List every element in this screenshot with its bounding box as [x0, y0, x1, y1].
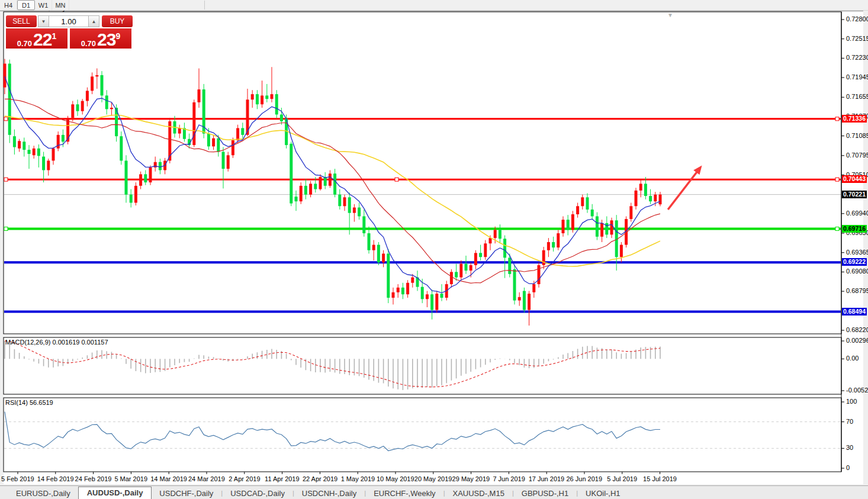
- candle-body: [275, 94, 278, 114]
- price-tick-0.72800: 0.72800: [846, 15, 868, 22]
- candle-body: [513, 269, 516, 301]
- date-label: 10 May 2019: [377, 475, 414, 482]
- price-tick-0.72230: 0.72230: [846, 54, 868, 61]
- candle-body: [494, 230, 497, 238]
- timeframe-button-w1[interactable]: W1: [35, 0, 52, 10]
- date-label: 29 May 2019: [452, 475, 490, 482]
- sell-price-big: 22: [33, 31, 52, 48]
- price-tick-0.68795: 0.68795: [846, 287, 868, 294]
- candle-body: [333, 173, 336, 195]
- chart-tab-gbpusd-h1[interactable]: GBPUSD-,H1: [514, 488, 576, 499]
- candle-body: [217, 139, 220, 152]
- candle-body: [47, 160, 50, 170]
- rsi-value: 56.6519: [30, 399, 53, 406]
- candle-body: [562, 220, 565, 233]
- candle-body: [430, 294, 433, 310]
- candle-body: [295, 197, 298, 201]
- date-label: 22 Apr 2019: [303, 475, 337, 482]
- candle-body: [406, 283, 409, 294]
- rsi-tick-70: 70: [846, 418, 853, 425]
- hline-handle[interactable]: [4, 178, 8, 181]
- volume-increase-button[interactable]: ▲: [88, 15, 99, 27]
- chart-tab-usdcnh-daily[interactable]: USDCNH-,Daily: [294, 488, 364, 499]
- candle-body: [125, 160, 128, 194]
- candle-body: [441, 294, 443, 298]
- trend-arrow-shaft: [668, 168, 700, 210]
- ma-red-mid: [5, 99, 660, 283]
- macd-value-main: 0.001619: [52, 339, 79, 346]
- timeframe-button-d1[interactable]: D1: [17, 0, 35, 10]
- candle-body: [547, 242, 550, 250]
- buy-price-box[interactable]: 0.70 23 9: [70, 28, 131, 49]
- chart-tab-usdcad-daily[interactable]: USDCAD-,Daily: [223, 488, 292, 499]
- candle-body: [139, 174, 142, 185]
- hline-price-label-0.71336: 0.71336: [842, 115, 867, 123]
- hline-handle[interactable]: [395, 178, 398, 181]
- chart-tab-eurchf-weekly[interactable]: EURCHF-,Weekly: [366, 488, 443, 499]
- price-tick-0.71945: 0.71945: [846, 73, 868, 81]
- chart-tab-eurusd-daily[interactable]: EURUSD-,Daily: [8, 488, 78, 499]
- hline-handle[interactable]: [835, 178, 839, 181]
- candle-body: [353, 208, 356, 213]
- candle-body: [508, 257, 511, 274]
- hline-handle[interactable]: [4, 227, 8, 231]
- hline-handle[interactable]: [835, 117, 839, 121]
- date-label: 2 Apr 2019: [229, 475, 260, 482]
- sell-price-box[interactable]: 0.70 22 1: [6, 28, 67, 49]
- sell-button[interactable]: SELL: [6, 15, 37, 27]
- hline-handle[interactable]: [4, 117, 8, 121]
- candle-body: [198, 89, 201, 102]
- volume-input[interactable]: [49, 15, 88, 27]
- candle-body: [629, 206, 632, 219]
- macd-label: MACD(12,26,9) 0.001619 0.001157: [5, 339, 108, 346]
- candle-body: [241, 128, 244, 134]
- date-label: 5 Feb 2019: [1, 475, 34, 482]
- date-label: 5 Jul 2019: [607, 475, 637, 482]
- hline-handle[interactable]: [835, 227, 839, 231]
- candle-body: [479, 253, 482, 257]
- candle-body: [435, 294, 438, 310]
- hline-price-label-0.69222: 0.69222: [842, 258, 867, 266]
- chart-tab-audusd-daily[interactable]: AUDUSD-,Daily: [78, 487, 152, 499]
- candle-body: [518, 297, 521, 301]
- candle-body: [586, 197, 589, 210]
- hline-price-label-0.70443: 0.70443: [842, 175, 867, 183]
- chart-tab-ukoil-h1[interactable]: UKOil-,H1: [578, 488, 628, 499]
- macd-value-signal: 0.001157: [81, 339, 108, 346]
- price-tick-0.72515: 0.72515: [846, 35, 868, 42]
- candle-body: [130, 195, 133, 203]
- candle-body: [57, 135, 60, 149]
- candle-body: [654, 195, 657, 201]
- chart-tab-usdchf-daily[interactable]: USDCHF-,Daily: [152, 488, 221, 499]
- panel-collapse-icon[interactable]: ▼: [667, 12, 673, 18]
- chart-plot-svg[interactable]: [0, 0, 868, 499]
- candle-body: [309, 183, 312, 194]
- timeframe-button-mn[interactable]: MN: [52, 0, 69, 10]
- date-label: 17 Jun 2019: [529, 475, 565, 482]
- candle-body: [503, 239, 506, 257]
- price-tick-0.71655: 0.71655: [846, 93, 868, 100]
- candle-body: [71, 104, 74, 118]
- candle-body: [465, 264, 468, 271]
- volume-decrease-button[interactable]: ▼: [38, 15, 49, 27]
- rsi-tick-100: 100: [846, 398, 857, 405]
- macd-tick-0.00: 0.00: [846, 355, 859, 362]
- candle-body: [576, 206, 579, 214]
- timeframe-button-h4[interactable]: H4: [0, 0, 17, 10]
- candle-body: [110, 108, 113, 109]
- candle-body: [382, 253, 385, 262]
- candle-body: [387, 253, 390, 298]
- timeframe-toolbar: H4D1W1MN: [0, 0, 868, 11]
- chart-tab-xauusd-m15[interactable]: XAUUSD-,M15: [445, 488, 512, 499]
- price-tick-0.69940: 0.69940: [846, 210, 868, 217]
- candle-body: [28, 150, 31, 154]
- buy-button[interactable]: BUY: [102, 15, 133, 27]
- candle-body: [620, 245, 623, 257]
- candle-body: [421, 287, 424, 300]
- candle-body: [484, 243, 487, 257]
- current-price-label: 0.70221: [842, 191, 867, 198]
- candle-body: [649, 196, 652, 201]
- candle-body: [33, 149, 36, 155]
- candle-body: [368, 233, 371, 250]
- candle-body: [499, 230, 501, 239]
